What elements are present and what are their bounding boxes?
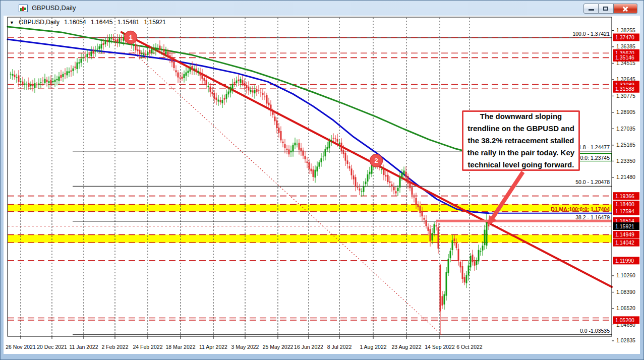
candle-body (178, 73, 179, 78)
candle-body (478, 250, 480, 262)
candle-body (438, 227, 439, 249)
candle-body (428, 227, 429, 231)
candle-body (234, 82, 236, 84)
candle-body (426, 220, 427, 226)
ma-blue-label: D1 MA:100:0:0: 1.17404 (551, 206, 610, 212)
candle-body (343, 150, 344, 154)
chart-canvas[interactable]: 100.0 - 1.3742161.8 - 1.2447750.0 - 1.20… (1, 1, 644, 360)
candle-body (61, 75, 62, 78)
candle-body (317, 166, 318, 171)
candle-body (240, 79, 242, 83)
candle-body (157, 48, 159, 48)
candle-body (292, 145, 294, 151)
date-label: 23 Aug 2022 (392, 344, 422, 350)
candle-body (65, 73, 66, 74)
candle-body (163, 49, 165, 52)
candle-body (462, 266, 463, 279)
candle-body (214, 93, 215, 99)
candle-body (357, 187, 359, 188)
candle-body (319, 162, 320, 167)
candle-body (180, 78, 181, 79)
candle-body (405, 171, 407, 177)
candle-body (347, 160, 348, 164)
open-value: 1.16054 (64, 19, 86, 26)
date-label: 16 Jun 2022 (294, 344, 323, 350)
candle-body (432, 233, 433, 241)
candle-body (30, 85, 32, 87)
candle-body (246, 85, 248, 88)
candle-body (470, 256, 472, 268)
candle-body (151, 48, 153, 53)
candle-body (111, 38, 112, 39)
high-value: 1.16445 (91, 19, 112, 26)
candle-body (212, 92, 213, 94)
candle-body (87, 54, 88, 57)
candle-body (254, 90, 256, 93)
candle-body (290, 151, 292, 152)
candle-body (173, 62, 175, 68)
candle-body (248, 87, 250, 91)
candle-body (28, 83, 30, 87)
candle-body (119, 38, 121, 43)
candle-body (420, 206, 421, 213)
candle-body (315, 170, 316, 177)
date-label: 14 Sep 2022 (425, 344, 455, 350)
candle-body (238, 80, 240, 81)
candle-body (262, 93, 264, 94)
candle-body (452, 241, 453, 251)
candle-body (12, 74, 14, 76)
candle-body (224, 98, 225, 99)
candle-body (121, 39, 123, 39)
candle-body (228, 92, 229, 95)
candle-body (444, 294, 445, 305)
candle-body (268, 103, 270, 105)
price-badge-label: 1.14042 (615, 239, 634, 246)
candle-body (95, 50, 96, 52)
candle-body (48, 81, 50, 83)
candle-body (73, 69, 74, 71)
candle-body (474, 261, 476, 266)
low-value: 1.15481 (118, 19, 139, 26)
candle-body (333, 138, 334, 139)
candle-body (484, 230, 486, 245)
candle-body (442, 296, 443, 305)
candle-body (286, 149, 288, 150)
price-badge-label: 1.19366 (615, 193, 634, 199)
candle-body (81, 59, 82, 63)
candle-body (409, 183, 411, 188)
candle-body (250, 90, 252, 92)
price-tick-label: 1.27035 (616, 126, 635, 132)
candle-body (36, 84, 38, 85)
date-label: 20 Dec 2021 (37, 344, 67, 350)
candle-body (117, 39, 119, 42)
candle-body (385, 175, 387, 176)
candle-body (280, 131, 282, 140)
candle-body (270, 104, 272, 111)
candle-body (54, 80, 56, 82)
candle-body (226, 94, 227, 98)
annotation-box[interactable]: The downward sloping trendline on the GB… (462, 110, 580, 171)
candle-body (32, 84, 34, 87)
candle-body (196, 69, 197, 71)
candle-body (430, 229, 431, 241)
price-tick-label: 1.02835 (616, 337, 635, 343)
candle-body (327, 147, 328, 149)
candle-body (42, 81, 44, 81)
candle-body (169, 55, 171, 58)
candle-body (391, 185, 393, 187)
candle-body (143, 54, 145, 55)
candle-body (113, 39, 114, 40)
candle-body (416, 198, 417, 204)
symbol-dropdown-icon[interactable]: ▼ (10, 20, 14, 25)
candle-body (476, 261, 478, 265)
candle-body (480, 251, 482, 252)
candle-body (412, 187, 413, 195)
candle-body (389, 182, 391, 183)
candle-body (71, 71, 72, 72)
candle-body (466, 275, 467, 283)
candle-body (155, 47, 157, 50)
fib-label: 50.0 - 1.20478 (575, 179, 610, 185)
candle-body (339, 143, 340, 144)
candle-body (218, 100, 219, 102)
price-badge-label: 1.17594 (615, 208, 634, 214)
